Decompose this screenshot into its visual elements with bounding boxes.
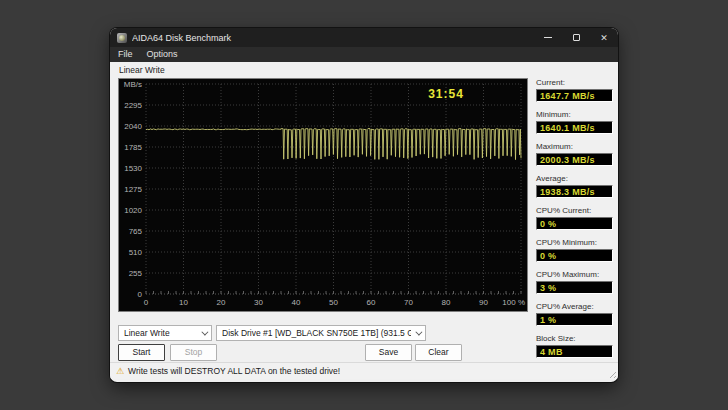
close-icon: ✕ xyxy=(600,33,608,43)
stat-cpu-current: CPU% Current: 0 % xyxy=(536,206,613,230)
minimize-button[interactable] xyxy=(534,28,562,47)
svg-text:40: 40 xyxy=(292,298,301,307)
minimize-icon xyxy=(544,37,552,38)
stat-label: CPU% Average: xyxy=(536,302,613,311)
svg-text:90: 90 xyxy=(479,298,488,307)
stat-value: 3 % xyxy=(536,281,613,294)
stat-average: Average: 1938.3 MB/s xyxy=(536,174,613,198)
stat-label: CPU% Current: xyxy=(536,206,613,215)
stat-label: Block Size: xyxy=(536,334,613,343)
window-title: AIDA64 Disk Benchmark xyxy=(132,33,534,43)
svg-text:1785: 1785 xyxy=(124,143,142,152)
stat-label: CPU% Maximum: xyxy=(536,270,613,279)
drive-value: Disk Drive #1 [WD_BLACK SN750E 1TB] (931… xyxy=(222,328,411,338)
elapsed-time: 31:54 xyxy=(428,87,464,101)
svg-text:1275: 1275 xyxy=(124,185,142,194)
stat-value: 4 MB xyxy=(536,345,613,358)
svg-text:0: 0 xyxy=(138,290,143,299)
svg-text:80: 80 xyxy=(442,298,451,307)
app-icon xyxy=(117,33,127,43)
title-bar[interactable]: AIDA64 Disk Benchmark ✕ xyxy=(110,28,618,47)
section-title: Linear Write xyxy=(119,65,165,75)
svg-text:255: 255 xyxy=(129,269,143,278)
maximize-icon xyxy=(573,34,580,41)
chevron-down-icon xyxy=(415,328,422,335)
close-button[interactable]: ✕ xyxy=(590,28,618,47)
warning-text: Write tests will DESTROY ALL DATA on the… xyxy=(128,366,340,376)
warning-icon: ⚠ xyxy=(116,366,124,376)
stat-maximum: Maximum: 2000.3 MB/s xyxy=(536,142,613,166)
stat-minimum: Minimum: 1640.1 MB/s xyxy=(536,110,613,134)
test-type-dropdown[interactable]: Linear Write xyxy=(118,325,212,341)
stat-cpu-maximum: CPU% Maximum: 3 % xyxy=(536,270,613,294)
stat-label: Current: xyxy=(536,78,613,87)
stat-value: 0 % xyxy=(536,217,613,230)
aida64-disk-benchmark-window: AIDA64 Disk Benchmark ✕ File Options Lin… xyxy=(110,28,618,382)
stat-current: Current: 1647.7 MB/s xyxy=(536,78,613,102)
svg-text:2040: 2040 xyxy=(124,122,142,131)
menu-options[interactable]: Options xyxy=(140,47,185,62)
status-bar: ⚠ Write tests will DESTROY ALL DATA on t… xyxy=(110,362,618,379)
stat-label: Maximum: xyxy=(536,142,613,151)
chevron-down-icon xyxy=(201,328,208,335)
stat-cpu-average: CPU% Average: 1 % xyxy=(536,302,613,326)
menu-bar: File Options xyxy=(110,47,618,62)
stat-value: 1647.7 MB/s xyxy=(536,89,613,102)
chart-trace xyxy=(146,129,521,160)
start-button[interactable]: Start xyxy=(118,344,165,361)
drive-dropdown[interactable]: Disk Drive #1 [WD_BLACK SN750E 1TB] (931… xyxy=(216,325,426,341)
svg-text:1530: 1530 xyxy=(124,164,142,173)
stat-value: 2000.3 MB/s xyxy=(536,153,613,166)
svg-text:0: 0 xyxy=(144,298,149,307)
stat-cpu-minimum: CPU% Minimum: 0 % xyxy=(536,238,613,262)
stat-value: 1 % xyxy=(536,313,613,326)
svg-text:MB/s: MB/s xyxy=(124,80,142,89)
stat-value: 0 % xyxy=(536,249,613,262)
benchmark-chart-svg: 0255510765102012751530178520402295MB/s01… xyxy=(119,79,527,311)
svg-text:50: 50 xyxy=(329,298,338,307)
resize-grip[interactable] xyxy=(607,369,616,378)
stat-value: 1640.1 MB/s xyxy=(536,121,613,134)
benchmark-chart: 0255510765102012751530178520402295MB/s01… xyxy=(118,78,528,312)
svg-text:510: 510 xyxy=(129,248,143,257)
svg-text:30: 30 xyxy=(254,298,263,307)
svg-text:1020: 1020 xyxy=(124,206,142,215)
save-button[interactable]: Save xyxy=(365,344,412,361)
svg-text:70: 70 xyxy=(404,298,413,307)
test-type-value: Linear Write xyxy=(124,328,197,338)
stop-button[interactable]: Stop xyxy=(170,344,217,361)
stat-value: 1938.3 MB/s xyxy=(536,185,613,198)
svg-text:20: 20 xyxy=(217,298,226,307)
stat-label: CPU% Minimum: xyxy=(536,238,613,247)
svg-text:765: 765 xyxy=(129,227,143,236)
menu-file[interactable]: File xyxy=(110,47,140,62)
stat-label: Minimum: xyxy=(536,110,613,119)
stats-panel: Current: 1647.7 MB/s Minimum: 1640.1 MB/… xyxy=(536,78,613,358)
clear-button[interactable]: Clear xyxy=(415,344,462,361)
maximize-button[interactable] xyxy=(562,28,590,47)
stat-block-size: Block Size: 4 MB xyxy=(536,334,613,358)
svg-text:2295: 2295 xyxy=(124,101,142,110)
stat-label: Average: xyxy=(536,174,613,183)
svg-text:60: 60 xyxy=(367,298,376,307)
svg-text:10: 10 xyxy=(179,298,188,307)
svg-text:100 %: 100 % xyxy=(502,298,525,307)
